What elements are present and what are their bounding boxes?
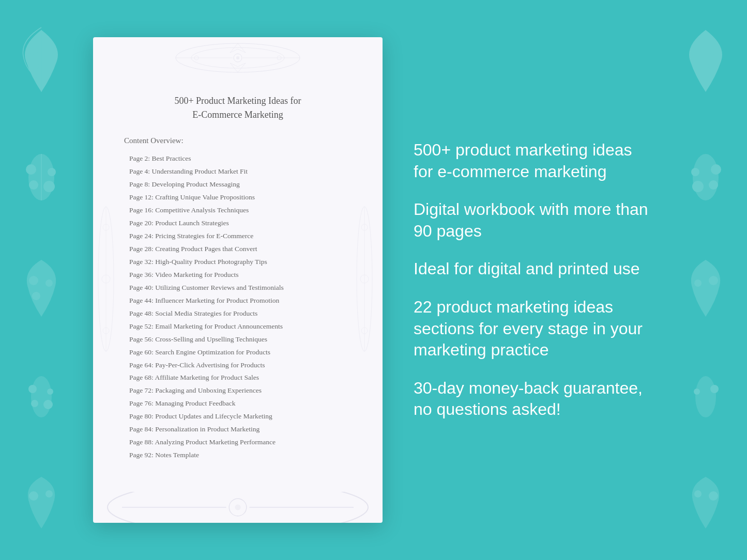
toc-item: Page 60: Search Engine Optimization for … <box>124 346 352 359</box>
section-label: Content Overview: <box>124 136 352 145</box>
main-content: 500+ Product Marketing Ideas for E-Comme… <box>0 0 747 560</box>
toc-item: Page 28: Creating Product Pages that Con… <box>124 243 352 256</box>
toc-item: Page 32: High-Quality Product Photograph… <box>124 256 352 269</box>
doc-left-decoration <box>96 201 121 359</box>
toc-item: Page 12: Crafting Unique Value Propositi… <box>124 191 352 204</box>
svg-point-39 <box>236 56 239 59</box>
toc-item: Page 92: Notes Template <box>124 449 352 462</box>
feature-text-4: 30-day money-back guarantee, no question… <box>414 378 654 421</box>
toc-item: Page 84: Personalization in Product Mark… <box>124 423 352 436</box>
svg-point-56 <box>235 504 240 510</box>
toc-item: Page 56: Cross-Selling and Upselling Tec… <box>124 333 352 346</box>
toc-item: Page 48: Social Media Strategies for Pro… <box>124 307 352 320</box>
right-features-panel: 500+ product marketing ideas for e-comme… <box>414 139 654 421</box>
toc-item: Page 4: Understanding Product Market Fit <box>124 165 352 178</box>
toc-item: Page 8: Developing Product Messaging <box>124 178 352 191</box>
doc-title-line1: 500+ Product Marketing Ideas for <box>174 96 301 106</box>
toc-item: Page 20: Product Launch Strategies <box>124 217 352 230</box>
toc-item: Page 64: Pay-Per-Click Advertising for P… <box>124 359 352 372</box>
doc-bottom-decoration <box>93 492 383 523</box>
doc-top-decoration <box>93 37 383 79</box>
document-title: 500+ Product Marketing Ideas for E-Comme… <box>124 94 352 122</box>
document-page: 500+ Product Marketing Ideas for E-Comme… <box>93 37 383 523</box>
feature-text-2: Ideal for digital and printed use <box>414 258 654 280</box>
toc-item: Page 68: Affiliate Marketing for Product… <box>124 371 352 384</box>
toc-list: Page 2: Best PracticesPage 4: Understand… <box>124 152 352 462</box>
feature-text-3: 22 product marketing ideas sections for … <box>414 297 654 361</box>
toc-item: Page 2: Best Practices <box>124 152 352 165</box>
doc-right-decoration <box>354 201 380 359</box>
toc-item: Page 76: Managing Product Feedback <box>124 397 352 410</box>
feature-text-1: Digital workbook with more than 90 pages <box>414 199 654 242</box>
toc-item: Page 24: Pricing Strategies for E-Commer… <box>124 230 352 243</box>
toc-item: Page 52: Email Marketing for Product Ann… <box>124 320 352 333</box>
toc-item: Page 44: Influencer Marketing for Produc… <box>124 294 352 307</box>
toc-item: Page 80: Product Updates and Lifecycle M… <box>124 410 352 423</box>
doc-title-line2: E-Commerce Marketing <box>192 110 283 120</box>
feature-text-0: 500+ product marketing ideas for e-comme… <box>414 139 654 182</box>
toc-item: Page 88: Analyzing Product Marketing Per… <box>124 436 352 449</box>
toc-item: Page 36: Video Marketing for Products <box>124 269 352 282</box>
toc-item: Page 72: Packaging and Unboxing Experien… <box>124 384 352 397</box>
toc-item: Page 40: Utilizing Customer Reviews and … <box>124 282 352 294</box>
toc-item: Page 16: Competitive Analysis Techniques <box>124 204 352 217</box>
